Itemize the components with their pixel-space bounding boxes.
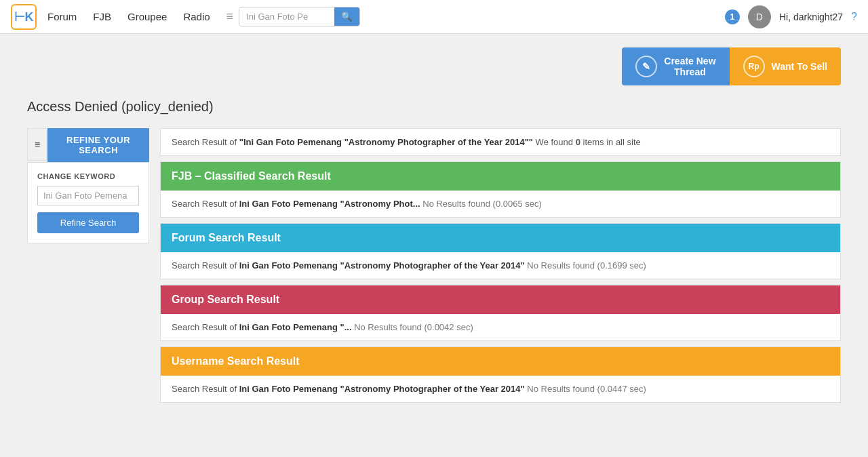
page-title: Access Denied (policy_denied) bbox=[27, 99, 841, 115]
nav-groupee[interactable]: Groupee bbox=[127, 11, 167, 22]
forum-header: Forum Search Result bbox=[161, 224, 840, 252]
search-input[interactable] bbox=[239, 8, 334, 25]
notification-badge[interactable]: 1 bbox=[725, 9, 740, 24]
results-summary: Search Result of "Ini Gan Foto Pemenang … bbox=[160, 128, 841, 156]
result-section-fjb: FJB – Classified Search Result Search Re… bbox=[160, 161, 841, 218]
username-prefix: Search Result of bbox=[172, 384, 239, 394]
avatar: D bbox=[748, 5, 771, 28]
nav-radio[interactable]: Radio bbox=[183, 11, 210, 22]
more-icon[interactable]: ≡ bbox=[226, 9, 234, 24]
sidebar-toggle[interactable]: ≡ bbox=[27, 128, 47, 161]
page-content: ✎ Create NewThread Rp Want To Sell Acces… bbox=[0, 34, 868, 416]
want-to-sell-icon: Rp bbox=[743, 56, 765, 77]
summary-query: "Ini Gan Foto Pemenang "Astronomy Photog… bbox=[239, 137, 533, 147]
forum-query: Ini Gan Foto Pemenang "Astronomy Photogr… bbox=[239, 260, 525, 271]
forum-prefix: Search Result of bbox=[172, 260, 239, 271]
username-header: Username Search Result bbox=[161, 347, 840, 376]
username-query: Ini Gan Foto Pemenang "Astronomy Photogr… bbox=[239, 384, 525, 394]
forum-result: No Results found (0.1699 sec) bbox=[525, 260, 646, 271]
create-thread-icon: ✎ bbox=[635, 56, 657, 77]
refine-search-button[interactable]: Refine Search bbox=[37, 212, 139, 233]
username-body: Search Result of Ini Gan Foto Pemenang "… bbox=[161, 376, 840, 402]
toggle-icon: ≡ bbox=[35, 139, 40, 150]
summary-found-prefix: We found bbox=[533, 137, 576, 147]
search-button[interactable]: 🔍 bbox=[334, 7, 359, 26]
logo-icon: ⊢K bbox=[14, 9, 34, 24]
create-thread-button[interactable]: ✎ Create NewThread bbox=[622, 47, 729, 85]
group-result: No Results found (0.0042 sec) bbox=[352, 322, 473, 332]
action-buttons: ✎ Create NewThread Rp Want To Sell bbox=[27, 47, 841, 85]
results-area: Search Result of "Ini Gan Foto Pemenang … bbox=[160, 128, 841, 403]
nav-fjb[interactable]: FJB bbox=[93, 11, 111, 22]
group-header: Group Search Result bbox=[161, 285, 840, 314]
refine-search-tab[interactable]: REFINE YOUR SEARCH bbox=[47, 128, 149, 162]
logo[interactable]: ⊢K bbox=[11, 4, 37, 30]
group-prefix: Search Result of bbox=[172, 322, 239, 332]
want-to-sell-button[interactable]: Rp Want To Sell bbox=[730, 47, 841, 85]
main-layout: ≡ REFINE YOUR SEARCH CHANGE KEYWORD Refi… bbox=[27, 128, 841, 403]
navbar-right: 1 D Hi, darknight27 ? bbox=[725, 5, 857, 28]
fjb-result: No Results found (0.0065 sec) bbox=[420, 199, 542, 209]
create-thread-label: Create NewThread bbox=[664, 56, 715, 77]
forum-body: Search Result of Ini Gan Foto Pemenang "… bbox=[161, 252, 840, 279]
summary-count: 0 bbox=[576, 137, 580, 147]
fjb-body: Search Result of Ini Gan Foto Pemenang "… bbox=[161, 191, 840, 217]
fjb-header: FJB – Classified Search Result bbox=[161, 162, 840, 191]
sidebar: ≡ REFINE YOUR SEARCH CHANGE KEYWORD Refi… bbox=[27, 128, 149, 243]
group-query: Ini Gan Foto Pemenang "... bbox=[239, 322, 352, 332]
search-icon: 🔍 bbox=[341, 12, 353, 22]
navbar: ⊢K Forum FJB Groupee Radio ≡ 🔍 1 D Hi, d… bbox=[0, 0, 868, 34]
nav-forum[interactable]: Forum bbox=[47, 11, 77, 22]
change-keyword-label: CHANGE KEYWORD bbox=[37, 172, 139, 180]
fjb-query: Ini Gan Foto Pemenang "Astronomy Phot... bbox=[239, 199, 420, 209]
group-body: Search Result of Ini Gan Foto Pemenang "… bbox=[161, 314, 840, 340]
user-greeting: Hi, darknight27 bbox=[779, 12, 843, 22]
search-bar: 🔍 bbox=[239, 7, 360, 26]
nav-links: Forum FJB Groupee Radio ≡ bbox=[47, 9, 233, 24]
summary-prefix: Search Result of bbox=[172, 137, 239, 147]
help-icon[interactable]: ? bbox=[851, 11, 857, 23]
avatar-initial: D bbox=[756, 12, 763, 22]
want-to-sell-label: Want To Sell bbox=[772, 61, 827, 72]
username-result: No Results found (0.0447 sec) bbox=[525, 384, 646, 394]
result-section-group: Group Search Result Search Result of Ini… bbox=[160, 285, 841, 341]
result-section-username: Username Search Result Search Result of … bbox=[160, 346, 841, 403]
keyword-input[interactable] bbox=[37, 186, 139, 205]
fjb-prefix: Search Result of bbox=[172, 199, 239, 209]
sidebar-panel: CHANGE KEYWORD Refine Search bbox=[27, 162, 149, 243]
summary-found-suffix: items in all site bbox=[580, 137, 641, 147]
result-section-forum: Forum Search Result Search Result of Ini… bbox=[160, 223, 841, 279]
